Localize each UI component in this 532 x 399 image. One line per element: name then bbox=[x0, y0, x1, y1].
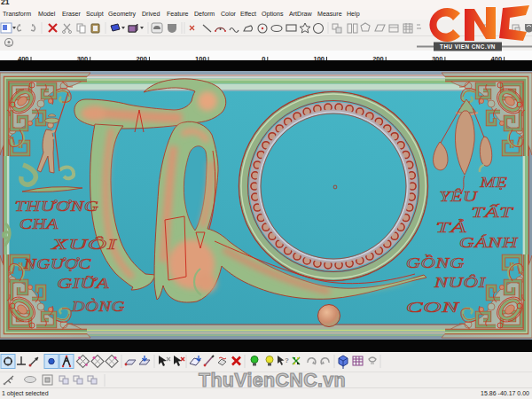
svg-text:?: ? bbox=[285, 356, 289, 364]
svg-text:GIỮA: GIỮA bbox=[58, 276, 110, 291]
svg-text:CHA: CHA bbox=[20, 216, 59, 231]
svg-text:GỒNG: GỒNG bbox=[406, 254, 465, 271]
svg-text:XUÔI: XUÔI bbox=[51, 236, 118, 253]
svg-text:THƯƠNG: THƯƠNG bbox=[15, 198, 99, 215]
svg-text:CON: CON bbox=[406, 300, 460, 315]
svg-text:GÁNH: GÁNH bbox=[459, 234, 519, 250]
svg-text:MẸ: MẸ bbox=[479, 175, 507, 190]
svg-text:NGƯỢC: NGƯỢC bbox=[23, 255, 91, 272]
svg-text:NUÔI: NUÔI bbox=[434, 274, 487, 290]
svg-text:TẢ: TẢ bbox=[436, 219, 467, 235]
svg-text:TẤT: TẤT bbox=[472, 204, 514, 220]
svg-text:YÊU: YÊU bbox=[440, 188, 479, 204]
svg-text:DÒNG: DÒNG bbox=[71, 298, 125, 315]
